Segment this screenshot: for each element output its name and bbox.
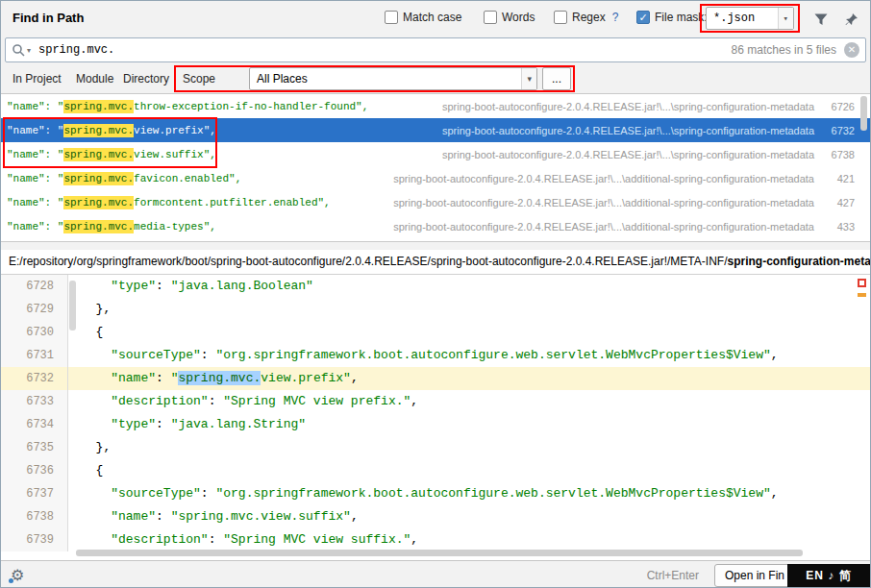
result-row[interactable]: "name": "spring.mvc.favicon.enabled",spr…: [1, 166, 870, 190]
snippet-suffix: media-types",: [134, 221, 216, 233]
chevron-down-icon[interactable]: ▾: [521, 68, 536, 89]
result-row[interactable]: "name": "spring.mvc.formcontent.putfilte…: [1, 190, 870, 214]
chevron-down-icon[interactable]: ▾: [778, 8, 793, 29]
match-highlight: spring.mvc.: [63, 124, 134, 137]
option-match-case[interactable]: Match case: [385, 11, 461, 24]
code-segment: spring.mvc.: [178, 371, 261, 385]
preview-editor[interactable]: 6728 "type": "java.lang.Boolean"6729 },6…: [1, 275, 870, 560]
code-segment: ,: [351, 371, 359, 385]
splitter[interactable]: [1, 242, 870, 250]
result-row[interactable]: "name": "spring.mvc.view.prefix",spring-…: [1, 118, 870, 142]
code-segment: },: [81, 440, 111, 454]
snippet-prefix: "name": ": [7, 197, 63, 208]
snippet-suffix: view.prefix",: [134, 125, 216, 136]
code-segment: "name": [111, 371, 156, 385]
code-segment: "org.springframework.boot.autoconfigure.…: [215, 348, 770, 362]
code-segment: "type": [111, 417, 156, 431]
gear-icon[interactable]: ⚙: [11, 566, 24, 584]
option-label: File mask:: [655, 11, 708, 24]
file-mask-combo[interactable]: *.json ▾: [706, 7, 794, 30]
editor-line[interactable]: 6730 {: [1, 321, 870, 344]
editor-line[interactable]: 6729 },: [1, 298, 870, 321]
code-segment: "Spring MVC view suffix.": [223, 532, 411, 547]
line-number: 6731: [1, 344, 68, 367]
line-number: 6728: [1, 275, 68, 298]
code-segment: ,: [411, 532, 418, 547]
search-input[interactable]: ▾ spring.mvc. 86 matches in 5 files ✕: [5, 37, 866, 62]
result-row[interactable]: "name": "spring.mvc.throw-exception-if-n…: [1, 94, 870, 118]
line-number: 6732: [1, 367, 68, 390]
results-list: "name": "spring.mvc.throw-exception-if-n…: [1, 93, 870, 242]
clear-icon[interactable]: ✕: [844, 42, 859, 58]
editor-line[interactable]: 6732 "name": "spring.mvc.view.prefix",: [1, 367, 870, 390]
scope-row: In ProjectModuleDirectoryScope All Place…: [1, 64, 870, 93]
results-scrollbar[interactable]: [860, 96, 867, 131]
result-row[interactable]: "name": "spring.mvc.view.suffix",spring-…: [1, 142, 870, 166]
line-code: "name": "spring.mvc.view.suffix",: [68, 505, 870, 528]
scope-tab-scope[interactable]: Scope: [183, 72, 215, 86]
search-history-chevron-icon[interactable]: ▾: [27, 46, 31, 55]
code-segment: ,: [771, 348, 779, 362]
editor-mini-scrollbar[interactable]: [69, 281, 76, 331]
result-snippet: "name": "spring.mvc.formcontent.putfilte…: [7, 197, 331, 208]
code-segment: [81, 532, 111, 547]
editor-line[interactable]: 6737 "sourceType": "org.springframework.…: [1, 482, 870, 505]
line-number: 6733: [1, 390, 68, 413]
line-code: {: [68, 321, 870, 344]
scope-combo[interactable]: All Places ▾: [249, 67, 537, 90]
code-segment: "sourceType": [111, 486, 201, 501]
result-line-number: 6738: [820, 149, 855, 160]
option-regex[interactable]: Regex?: [554, 11, 618, 24]
editor-line[interactable]: 6736 {: [1, 459, 870, 482]
regex-help-link[interactable]: ?: [612, 11, 619, 24]
editor-line[interactable]: 6738 "name": "spring.mvc.view.suffix",: [1, 505, 870, 528]
result-line-number: 427: [820, 197, 855, 208]
code-segment: [81, 486, 111, 501]
code-segment: :: [201, 486, 216, 501]
snippet-suffix: throw-exception-if-no-handler-found",: [134, 101, 368, 112]
editor-line[interactable]: 6739 "description": "Spring MVC view suf…: [1, 528, 870, 551]
option-words[interactable]: Words: [484, 11, 535, 24]
result-row[interactable]: "name": "spring.mvc.media-types",spring-…: [1, 214, 870, 238]
filter-icon[interactable]: [811, 10, 831, 29]
checkbox-icon[interactable]: [385, 11, 398, 24]
dialog-header: Find in Path Match caseWordsRegex?✓File …: [1, 1, 870, 36]
result-snippet: "name": "spring.mvc.media-types",: [7, 221, 216, 233]
code-segment: "Spring MVC view prefix.": [223, 394, 411, 408]
search-icon: [12, 43, 25, 57]
match-highlight: spring.mvc.: [63, 172, 134, 185]
code-segment: [81, 417, 111, 431]
result-summary: 86 matches in 5 files: [732, 43, 836, 57]
scope-tab-in-project[interactable]: In Project: [12, 72, 62, 86]
line-code: "sourceType": "org.springframework.boot.…: [68, 482, 870, 505]
scope-tab-module[interactable]: Module: [76, 72, 113, 86]
search-row: ▾ spring.mvc. 86 matches in 5 files ✕: [1, 36, 870, 64]
pin-icon[interactable]: [842, 10, 861, 29]
line-code: "type": "java.lang.Boolean": [68, 275, 870, 298]
editor-line[interactable]: 6734 "type": "java.lang.String": [1, 413, 870, 436]
snippet-prefix: "name": ": [7, 101, 63, 112]
editor-line[interactable]: 6733 "description": "Spring MVC view pre…: [1, 390, 870, 413]
line-code: },: [68, 436, 870, 459]
editor-horizontal-scrollbar[interactable]: [76, 550, 803, 556]
editor-line[interactable]: 6731 "sourceType": "org.springframework.…: [1, 344, 870, 367]
result-location: spring-boot-autoconfigure-2.0.4.RELEASE.…: [442, 149, 814, 160]
scope-tab-directory[interactable]: Directory: [123, 72, 169, 86]
code-segment: },: [81, 302, 111, 316]
code-segment: ,: [351, 509, 359, 524]
code-segment: [81, 348, 111, 362]
code-segment: [81, 394, 111, 408]
browse-scopes-button[interactable]: ...: [542, 67, 571, 90]
option-file-mask[interactable]: ✓File mask:: [636, 11, 708, 24]
checkbox-icon[interactable]: ✓: [636, 11, 650, 24]
snippet-suffix: formcontent.putfilter.enabled",: [134, 197, 331, 208]
editor-line[interactable]: 6735 },: [1, 436, 870, 459]
checkbox-icon[interactable]: [484, 11, 497, 24]
result-line-number: 421: [820, 173, 855, 184]
editor-line[interactable]: 6728 "type": "java.lang.Boolean": [1, 275, 870, 298]
checkbox-icon[interactable]: [554, 11, 567, 24]
code-segment: :: [156, 417, 171, 431]
result-snippet: "name": "spring.mvc.favicon.enabled",: [7, 173, 241, 184]
shortcut-hint: Ctrl+Enter: [647, 569, 699, 582]
line-number: 6737: [1, 482, 68, 505]
